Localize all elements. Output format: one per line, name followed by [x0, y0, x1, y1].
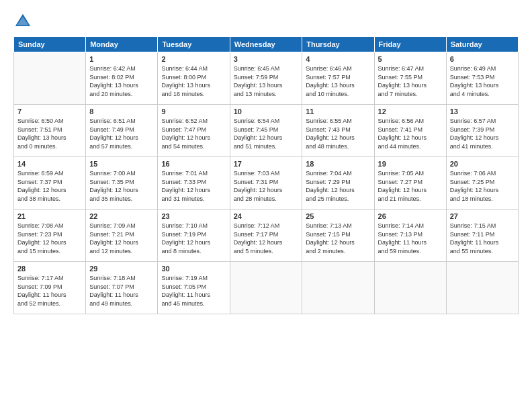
page: SundayMondayTuesdayWednesdayThursdayFrid…: [0, 0, 532, 411]
column-header-wednesday: Wednesday: [230, 37, 302, 52]
calendar-table: SundayMondayTuesdayWednesdayThursdayFrid…: [13, 36, 519, 314]
day-cell: 29Sunrise: 7:18 AMSunset: 7:07 PMDayligh…: [86, 262, 158, 314]
day-cell: 14Sunrise: 6:59 AMSunset: 7:37 PMDayligh…: [14, 157, 86, 210]
day-cell: 1Sunrise: 6:42 AMSunset: 8:02 PMDaylight…: [86, 52, 158, 105]
column-header-thursday: Thursday: [302, 37, 374, 52]
day-number: 25: [306, 212, 370, 220]
day-info: Sunrise: 7:14 AMSunset: 7:13 PMDaylight:…: [378, 222, 443, 255]
day-cell: 20Sunrise: 7:06 AMSunset: 7:25 PMDayligh…: [446, 157, 518, 210]
day-info: Sunrise: 6:55 AMSunset: 7:43 PMDaylight:…: [306, 117, 370, 150]
day-number: 21: [17, 212, 82, 220]
day-number: 8: [89, 107, 154, 116]
day-cell: 11Sunrise: 6:55 AMSunset: 7:43 PMDayligh…: [302, 105, 374, 157]
day-cell: 25Sunrise: 7:13 AMSunset: 7:15 PMDayligh…: [302, 210, 374, 262]
day-info: Sunrise: 7:13 AMSunset: 7:15 PMDaylight:…: [306, 222, 370, 255]
day-cell: 21Sunrise: 7:08 AMSunset: 7:23 PMDayligh…: [14, 210, 86, 262]
day-number: 28: [17, 265, 82, 273]
day-cell: [446, 262, 518, 314]
day-cell: 19Sunrise: 7:05 AMSunset: 7:27 PMDayligh…: [374, 157, 446, 210]
day-number: 20: [450, 160, 515, 168]
day-info: Sunrise: 7:19 AMSunset: 7:05 PMDaylight:…: [161, 274, 226, 308]
day-number: 15: [89, 160, 154, 168]
day-info: Sunrise: 6:42 AMSunset: 8:02 PMDaylight:…: [89, 64, 154, 98]
day-info: Sunrise: 7:15 AMSunset: 7:11 PMDaylight:…: [450, 222, 515, 255]
day-number: 27: [450, 212, 515, 220]
day-number: 30: [161, 265, 226, 273]
day-info: Sunrise: 6:46 AMSunset: 7:57 PMDaylight:…: [306, 64, 370, 98]
column-header-saturday: Saturday: [446, 37, 518, 52]
day-cell: 13Sunrise: 6:57 AMSunset: 7:39 PMDayligh…: [446, 105, 518, 157]
day-number: 7: [17, 107, 82, 116]
day-number: 13: [450, 107, 515, 116]
day-info: Sunrise: 7:05 AMSunset: 7:27 PMDaylight:…: [378, 169, 443, 203]
day-number: 2: [161, 55, 226, 63]
day-cell: 6Sunrise: 6:49 AMSunset: 7:53 PMDaylight…: [446, 52, 518, 105]
day-cell: 30Sunrise: 7:19 AMSunset: 7:05 PMDayligh…: [158, 262, 230, 314]
day-number: 5: [378, 55, 443, 63]
day-cell: 5Sunrise: 6:47 AMSunset: 7:55 PMDaylight…: [374, 52, 446, 105]
day-cell: 24Sunrise: 7:12 AMSunset: 7:17 PMDayligh…: [230, 210, 302, 262]
day-cell: 2Sunrise: 6:44 AMSunset: 8:00 PMDaylight…: [158, 52, 230, 105]
column-header-tuesday: Tuesday: [158, 37, 230, 52]
day-cell: 17Sunrise: 7:03 AMSunset: 7:31 PMDayligh…: [230, 157, 302, 210]
column-header-monday: Monday: [86, 37, 158, 52]
day-number: 18: [306, 160, 370, 168]
day-cell: [14, 52, 86, 105]
day-info: Sunrise: 6:52 AMSunset: 7:47 PMDaylight:…: [161, 117, 226, 150]
week-row-4: 21Sunrise: 7:08 AMSunset: 7:23 PMDayligh…: [14, 210, 519, 262]
day-number: 11: [306, 107, 370, 116]
day-cell: 9Sunrise: 6:52 AMSunset: 7:47 PMDaylight…: [158, 105, 230, 157]
day-cell: 26Sunrise: 7:14 AMSunset: 7:13 PMDayligh…: [374, 210, 446, 262]
day-info: Sunrise: 7:04 AMSunset: 7:29 PMDaylight:…: [306, 169, 370, 203]
header-row: SundayMondayTuesdayWednesdayThursdayFrid…: [14, 37, 519, 52]
day-info: Sunrise: 6:54 AMSunset: 7:45 PMDaylight:…: [234, 117, 299, 150]
column-header-sunday: Sunday: [14, 37, 86, 52]
day-cell: [230, 262, 302, 314]
day-number: 19: [378, 160, 443, 168]
day-info: Sunrise: 7:18 AMSunset: 7:07 PMDaylight:…: [89, 274, 154, 308]
day-cell: 7Sunrise: 6:50 AMSunset: 7:51 PMDaylight…: [14, 105, 86, 157]
day-number: 12: [378, 107, 443, 116]
day-number: 9: [161, 107, 226, 116]
day-cell: [374, 262, 446, 314]
day-cell: 10Sunrise: 6:54 AMSunset: 7:45 PMDayligh…: [230, 105, 302, 157]
day-number: 22: [89, 212, 154, 220]
header: [13, 12, 519, 31]
day-number: 3: [234, 55, 299, 63]
day-info: Sunrise: 6:45 AMSunset: 7:59 PMDaylight:…: [234, 64, 299, 98]
week-row-2: 7Sunrise: 6:50 AMSunset: 7:51 PMDaylight…: [14, 105, 519, 157]
day-info: Sunrise: 6:51 AMSunset: 7:49 PMDaylight:…: [89, 117, 154, 150]
week-row-1: 1Sunrise: 6:42 AMSunset: 8:02 PMDaylight…: [14, 52, 519, 105]
day-info: Sunrise: 7:12 AMSunset: 7:17 PMDaylight:…: [234, 222, 299, 255]
day-number: 1: [89, 55, 154, 63]
day-info: Sunrise: 6:49 AMSunset: 7:53 PMDaylight:…: [450, 64, 515, 98]
day-info: Sunrise: 6:59 AMSunset: 7:37 PMDaylight:…: [17, 169, 82, 203]
day-info: Sunrise: 7:10 AMSunset: 7:19 PMDaylight:…: [161, 222, 226, 255]
day-info: Sunrise: 7:06 AMSunset: 7:25 PMDaylight:…: [450, 169, 515, 203]
day-cell: [302, 262, 374, 314]
day-number: 14: [17, 160, 82, 168]
day-info: Sunrise: 6:50 AMSunset: 7:51 PMDaylight:…: [17, 117, 82, 150]
day-cell: 22Sunrise: 7:09 AMSunset: 7:21 PMDayligh…: [86, 210, 158, 262]
day-cell: 23Sunrise: 7:10 AMSunset: 7:19 PMDayligh…: [158, 210, 230, 262]
day-info: Sunrise: 6:47 AMSunset: 7:55 PMDaylight:…: [378, 64, 443, 98]
day-cell: 8Sunrise: 6:51 AMSunset: 7:49 PMDaylight…: [86, 105, 158, 157]
day-cell: 12Sunrise: 6:56 AMSunset: 7:41 PMDayligh…: [374, 105, 446, 157]
day-info: Sunrise: 7:17 AMSunset: 7:09 PMDaylight:…: [17, 274, 82, 308]
day-info: Sunrise: 6:56 AMSunset: 7:41 PMDaylight:…: [378, 117, 443, 150]
day-cell: 15Sunrise: 7:00 AMSunset: 7:35 PMDayligh…: [86, 157, 158, 210]
day-number: 6: [450, 55, 515, 63]
day-cell: 3Sunrise: 6:45 AMSunset: 7:59 PMDaylight…: [230, 52, 302, 105]
day-info: Sunrise: 6:44 AMSunset: 8:00 PMDaylight:…: [161, 64, 226, 98]
day-number: 23: [161, 212, 226, 220]
week-row-5: 28Sunrise: 7:17 AMSunset: 7:09 PMDayligh…: [14, 262, 519, 314]
day-number: 29: [89, 265, 154, 273]
day-cell: 28Sunrise: 7:17 AMSunset: 7:09 PMDayligh…: [14, 262, 86, 314]
day-info: Sunrise: 7:00 AMSunset: 7:35 PMDaylight:…: [89, 169, 154, 203]
day-cell: 18Sunrise: 7:04 AMSunset: 7:29 PMDayligh…: [302, 157, 374, 210]
day-number: 26: [378, 212, 443, 220]
day-number: 16: [161, 160, 226, 168]
day-number: 10: [234, 107, 299, 116]
day-number: 24: [234, 212, 299, 220]
day-info: Sunrise: 7:09 AMSunset: 7:21 PMDaylight:…: [89, 222, 154, 255]
